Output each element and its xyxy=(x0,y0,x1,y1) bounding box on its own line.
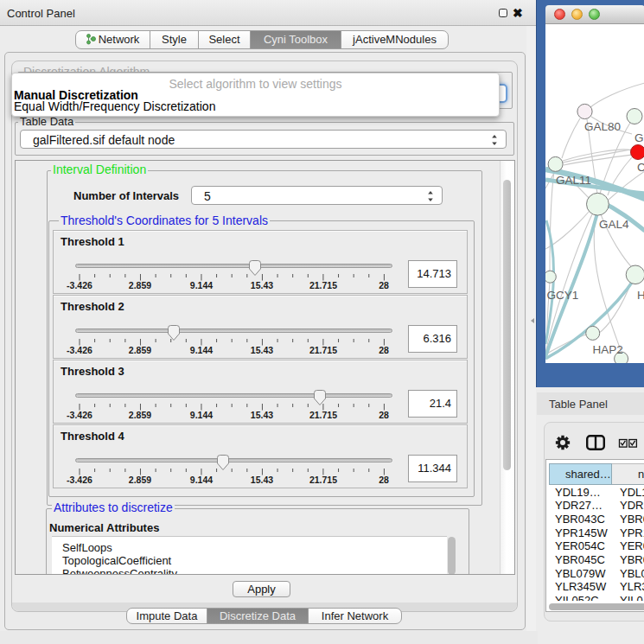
svg-text:C: C xyxy=(637,161,644,174)
svg-text:H: H xyxy=(637,289,644,302)
svg-text:GAL80: GAL80 xyxy=(584,120,621,133)
svg-text:HAP2: HAP2 xyxy=(593,343,623,356)
svg-text:GCY1: GCY1 xyxy=(547,289,579,302)
svg-text:GAL4: GAL4 xyxy=(599,218,629,231)
svg-text:G.: G. xyxy=(634,131,644,144)
svg-text:GAL11: GAL11 xyxy=(556,174,591,187)
